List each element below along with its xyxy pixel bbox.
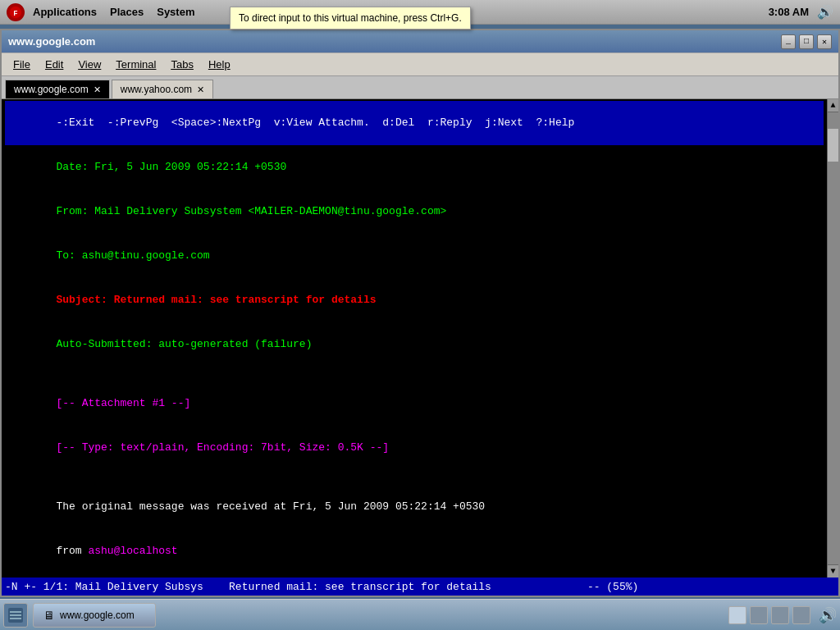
help-menu[interactable]: Help [202, 56, 237, 73]
email-from: From: Mail Delivery Subsystem <MAILER-DA… [5, 189, 824, 234]
email-type: [-- Type: text/plain, Encoding: 7bit, Si… [5, 426, 824, 470]
tab-yahoo[interactable]: www.yahoo.com ✕ [112, 80, 213, 98]
view-menu[interactable]: View [71, 56, 107, 73]
original2: from ashu@localhost [5, 529, 824, 573]
applications-menu[interactable]: Applications [28, 4, 102, 20]
menu-bar: File Edit View Terminal Tabs Help [2, 53, 838, 76]
taskbar-window-button[interactable]: 🖥 www.google.com [33, 603, 156, 628]
terminal-window: www.google.com _ □ ✕ File Edit View Term… [0, 29, 840, 597]
email-date: Date: Fri, 5 Jun 2009 05:22:14 +0530 [5, 145, 824, 189]
taskbar-applet[interactable] [3, 603, 28, 628]
tooltip: To direct input to this virtual machine,… [230, 7, 471, 30]
terminal-text-area[interactable]: -:Exit -:PrevPg <Space>:NextPg v:View At… [2, 99, 827, 578]
minimize-button[interactable]: _ [781, 34, 796, 49]
blank3 [5, 573, 824, 578]
places-menu[interactable]: Places [105, 4, 148, 20]
fedora-icon[interactable]: F [7, 3, 25, 21]
pager-btn-4[interactable] [792, 606, 810, 624]
window-controls: _ □ ✕ [781, 34, 832, 49]
system-bar-left: F Applications Places System [7, 3, 199, 21]
blank1 [5, 367, 824, 381]
pager-btn-2[interactable] [750, 606, 768, 624]
terminal-menu[interactable]: Terminal [109, 56, 162, 73]
window-titlebar: www.google.com _ □ ✕ [2, 30, 838, 53]
system-time: 3:08 AM [769, 6, 809, 18]
svg-rect-3 [10, 611, 21, 613]
close-button[interactable]: ✕ [817, 34, 832, 49]
tab-yahoo-label: www.yahoo.com [121, 84, 192, 95]
tab-bar: www.google.com ✕ www.yahoo.com ✕ [2, 76, 838, 99]
system-menu[interactable]: System [152, 4, 199, 20]
email-auto: Auto-Submitted: auto-generated (failure) [5, 322, 824, 367]
taskbar-window-label: www.google.com [60, 609, 135, 621]
tabs-menu[interactable]: Tabs [164, 56, 199, 73]
system-bar-right: 3:08 AM 🔊 [769, 4, 833, 20]
email-subject: Subject: Returned mail: see transcript f… [5, 278, 824, 322]
taskbar-right: 🔊 [728, 606, 837, 624]
svg-text:F: F [13, 10, 17, 18]
status-bar: -N +- 1/1: Mail Delivery Subsys Returned… [2, 578, 838, 596]
tab-yahoo-close[interactable]: ✕ [197, 84, 204, 95]
tab-google-label: www.google.com [14, 84, 89, 95]
tab-google[interactable]: www.google.com ✕ [5, 80, 110, 98]
pager-btn-3[interactable] [771, 606, 789, 624]
edit-menu[interactable]: Edit [39, 56, 70, 73]
scrollbar[interactable]: ▲ ▼ [827, 99, 838, 578]
terminal-content: -:Exit -:PrevPg <Space>:NextPg v:View At… [2, 99, 838, 578]
window-title: www.google.com [8, 35, 95, 48]
original1: The original message was received at Fri… [5, 485, 824, 529]
speaker-icon[interactable]: 🔊 [817, 4, 833, 20]
blank2 [5, 470, 824, 485]
pager-btn-1[interactable] [728, 606, 746, 624]
email-to: To: ashu@tinu.google.com [5, 234, 824, 278]
speaker-taskbar-icon[interactable]: 🔊 [819, 606, 837, 624]
maximize-button[interactable]: □ [799, 34, 814, 49]
svg-rect-5 [10, 618, 21, 619]
taskbar-window-icon: 🖥 [43, 609, 55, 622]
scrollbar-thumb[interactable] [828, 129, 838, 162]
email-attachment: [-- Attachment #1 --] [5, 381, 824, 426]
svg-rect-4 [10, 614, 21, 616]
tab-google-close[interactable]: ✕ [94, 84, 101, 95]
command-bar: -:Exit -:PrevPg <Space>:NextPg v:View At… [5, 101, 824, 145]
taskbar: 🖥 www.google.com 🔊 [0, 599, 840, 630]
file-menu[interactable]: File [7, 56, 37, 73]
